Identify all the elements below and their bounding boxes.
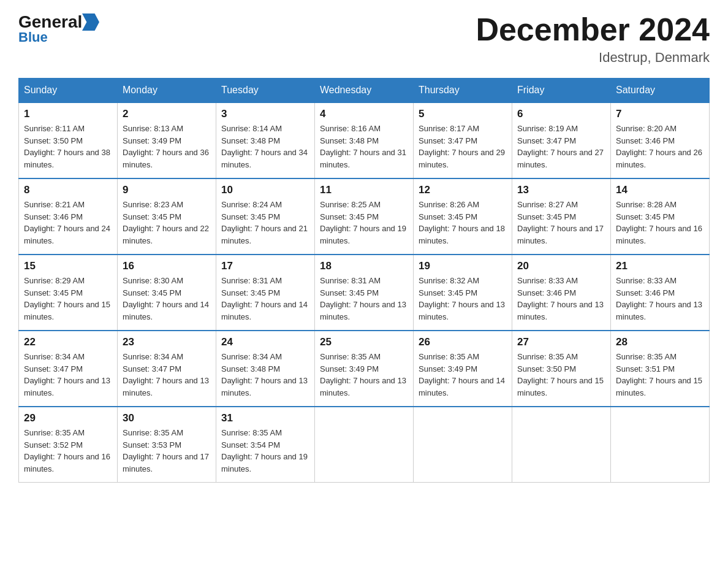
sunset-label: Sunset: 3:46 PM (616, 288, 675, 297)
calendar-table: Sunday Monday Tuesday Wednesday Thursday… (18, 78, 710, 483)
day-info: Sunrise: 8:26 AM Sunset: 3:45 PM Dayligh… (419, 199, 507, 247)
calendar-day-cell: 16 Sunrise: 8:30 AM Sunset: 3:45 PM Dayl… (118, 255, 216, 331)
daylight-label: Daylight: 7 hours and 16 minutes. (24, 452, 110, 473)
sunrise-label: Sunrise: 8:19 AM (517, 124, 578, 133)
daylight-label: Daylight: 7 hours and 13 minutes. (517, 300, 604, 321)
sunset-label: Sunset: 3:51 PM (616, 364, 675, 373)
day-number: 18 (320, 260, 408, 272)
daylight-label: Daylight: 7 hours and 36 minutes. (123, 148, 209, 169)
calendar-day-cell: 13 Sunrise: 8:27 AM Sunset: 3:45 PM Dayl… (512, 178, 611, 255)
calendar-day-cell: 28 Sunrise: 8:35 AM Sunset: 3:51 PM Dayl… (611, 331, 710, 407)
sunset-label: Sunset: 3:50 PM (517, 364, 576, 373)
calendar-day-cell: 10 Sunrise: 8:24 AM Sunset: 3:45 PM Dayl… (216, 178, 315, 255)
logo: General Blue (18, 12, 99, 45)
sunset-label: Sunset: 3:52 PM (24, 440, 83, 450)
sunset-label: Sunset: 3:45 PM (419, 288, 477, 297)
calendar-day-cell: 25 Sunrise: 8:35 AM Sunset: 3:49 PM Dayl… (315, 331, 414, 407)
daylight-label: Daylight: 7 hours and 27 minutes. (517, 148, 604, 169)
sunrise-label: Sunrise: 8:24 AM (221, 200, 282, 209)
sunrise-label: Sunrise: 8:34 AM (24, 352, 85, 361)
sunset-label: Sunset: 3:48 PM (221, 364, 280, 373)
header-thursday: Thursday (414, 79, 512, 103)
daylight-label: Daylight: 7 hours and 19 minutes. (221, 452, 308, 473)
calendar-day-cell: 20 Sunrise: 8:33 AM Sunset: 3:46 PM Dayl… (512, 255, 611, 331)
daylight-label: Daylight: 7 hours and 24 minutes. (24, 224, 110, 245)
day-info: Sunrise: 8:14 AM Sunset: 3:48 PM Dayligh… (221, 123, 309, 170)
calendar-week-row: 8 Sunrise: 8:21 AM Sunset: 3:46 PM Dayli… (19, 178, 710, 255)
calendar-day-cell (611, 407, 710, 483)
daylight-label: Daylight: 7 hours and 13 minutes. (320, 376, 406, 397)
calendar-day-cell: 17 Sunrise: 8:31 AM Sunset: 3:45 PM Dayl… (216, 255, 315, 331)
calendar-day-cell: 8 Sunrise: 8:21 AM Sunset: 3:46 PM Dayli… (19, 178, 118, 255)
calendar-day-cell: 23 Sunrise: 8:34 AM Sunset: 3:47 PM Dayl… (118, 331, 216, 407)
daylight-label: Daylight: 7 hours and 14 minutes. (123, 300, 209, 321)
day-info: Sunrise: 8:34 AM Sunset: 3:47 PM Dayligh… (24, 351, 112, 399)
sunset-label: Sunset: 3:45 PM (123, 288, 181, 297)
day-number: 6 (517, 108, 605, 120)
sunset-label: Sunset: 3:48 PM (320, 136, 379, 145)
day-number: 25 (320, 336, 408, 348)
calendar-day-cell: 27 Sunrise: 8:35 AM Sunset: 3:50 PM Dayl… (512, 331, 611, 407)
day-info: Sunrise: 8:20 AM Sunset: 3:46 PM Dayligh… (616, 123, 704, 170)
daylight-label: Daylight: 7 hours and 13 minutes. (221, 376, 308, 397)
sunrise-label: Sunrise: 8:11 AM (24, 124, 85, 133)
day-number: 24 (221, 336, 309, 348)
header-friday: Friday (512, 79, 611, 103)
location-subtitle: Idestrup, Denmark (476, 50, 710, 66)
calendar-day-cell: 30 Sunrise: 8:35 AM Sunset: 3:53 PM Dayl… (118, 407, 216, 483)
sunset-label: Sunset: 3:46 PM (517, 288, 576, 297)
daylight-label: Daylight: 7 hours and 15 minutes. (616, 376, 702, 397)
sunset-label: Sunset: 3:46 PM (24, 212, 83, 221)
sunset-label: Sunset: 3:49 PM (123, 136, 181, 145)
calendar-day-cell: 19 Sunrise: 8:32 AM Sunset: 3:45 PM Dayl… (414, 255, 512, 331)
day-info: Sunrise: 8:32 AM Sunset: 3:45 PM Dayligh… (419, 275, 507, 323)
calendar-day-cell: 4 Sunrise: 8:16 AM Sunset: 3:48 PM Dayli… (315, 102, 414, 178)
sunrise-label: Sunrise: 8:21 AM (24, 200, 85, 209)
sunrise-label: Sunrise: 8:28 AM (616, 200, 677, 209)
daylight-label: Daylight: 7 hours and 29 minutes. (419, 148, 505, 169)
day-info: Sunrise: 8:33 AM Sunset: 3:46 PM Dayligh… (616, 275, 704, 323)
header-monday: Monday (118, 79, 216, 103)
calendar-day-cell (512, 407, 611, 483)
day-info: Sunrise: 8:29 AM Sunset: 3:45 PM Dayligh… (24, 275, 112, 323)
day-info: Sunrise: 8:19 AM Sunset: 3:47 PM Dayligh… (517, 123, 605, 170)
day-number: 7 (616, 108, 704, 120)
daylight-label: Daylight: 7 hours and 13 minutes. (123, 376, 209, 397)
daylight-label: Daylight: 7 hours and 14 minutes. (419, 376, 505, 397)
sunset-label: Sunset: 3:53 PM (123, 440, 181, 450)
daylight-label: Daylight: 7 hours and 13 minutes. (616, 300, 702, 321)
daylight-label: Daylight: 7 hours and 15 minutes. (24, 300, 110, 321)
day-info: Sunrise: 8:31 AM Sunset: 3:45 PM Dayligh… (320, 275, 408, 323)
calendar-day-cell: 14 Sunrise: 8:28 AM Sunset: 3:45 PM Dayl… (611, 178, 710, 255)
day-number: 17 (221, 260, 309, 272)
calendar-day-cell: 21 Sunrise: 8:33 AM Sunset: 3:46 PM Dayl… (611, 255, 710, 331)
day-number: 23 (123, 336, 211, 348)
calendar-day-cell: 15 Sunrise: 8:29 AM Sunset: 3:45 PM Dayl… (19, 255, 118, 331)
day-number: 15 (24, 260, 112, 272)
sunset-label: Sunset: 3:49 PM (419, 364, 477, 373)
day-info: Sunrise: 8:35 AM Sunset: 3:53 PM Dayligh… (123, 427, 211, 475)
day-info: Sunrise: 8:35 AM Sunset: 3:52 PM Dayligh… (24, 427, 112, 475)
daylight-label: Daylight: 7 hours and 17 minutes. (517, 224, 604, 245)
sunrise-label: Sunrise: 8:35 AM (517, 352, 578, 361)
day-number: 2 (123, 108, 211, 120)
daylight-label: Daylight: 7 hours and 16 minutes. (616, 224, 702, 245)
sunset-label: Sunset: 3:47 PM (123, 364, 181, 373)
day-number: 26 (419, 336, 507, 348)
sunset-label: Sunset: 3:46 PM (616, 136, 675, 145)
sunset-label: Sunset: 3:48 PM (221, 136, 280, 145)
sunrise-label: Sunrise: 8:26 AM (419, 200, 479, 209)
sunrise-label: Sunrise: 8:35 AM (616, 352, 677, 361)
sunrise-label: Sunrise: 8:35 AM (320, 352, 381, 361)
day-number: 19 (419, 260, 507, 272)
day-info: Sunrise: 8:35 AM Sunset: 3:54 PM Dayligh… (221, 427, 309, 475)
calendar-day-cell: 2 Sunrise: 8:13 AM Sunset: 3:49 PM Dayli… (118, 102, 216, 178)
page-header: General Blue December 2024 Idestrup, Den… (18, 12, 710, 66)
calendar-week-row: 15 Sunrise: 8:29 AM Sunset: 3:45 PM Dayl… (19, 255, 710, 331)
sunset-label: Sunset: 3:47 PM (517, 136, 576, 145)
sunset-label: Sunset: 3:45 PM (517, 212, 576, 221)
day-number: 9 (123, 184, 211, 196)
sunrise-label: Sunrise: 8:34 AM (123, 352, 183, 361)
day-number: 27 (517, 336, 605, 348)
day-info: Sunrise: 8:27 AM Sunset: 3:45 PM Dayligh… (517, 199, 605, 247)
